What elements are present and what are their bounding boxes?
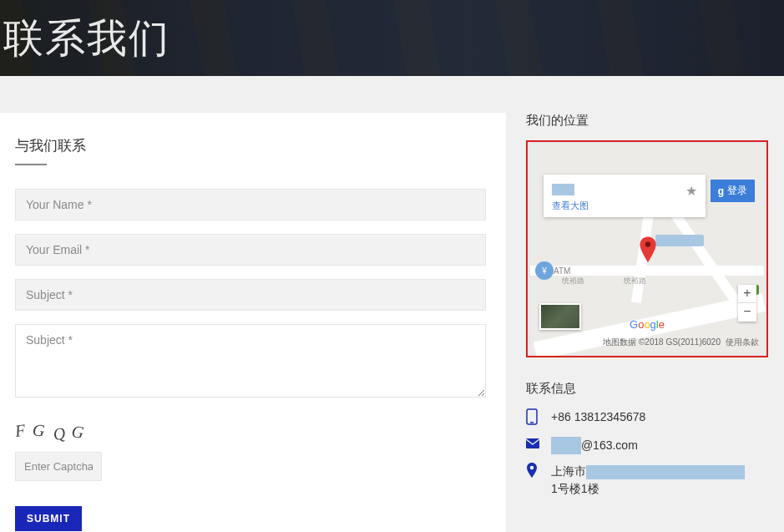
form-section-title: 与我们联系: [15, 136, 486, 165]
map-info-popup: ★ 查看大图: [544, 175, 706, 217]
map-canvas[interactable]: 统裕路 统裕路 ¥ ATM G60 ★ 查看大图 g 登录: [530, 144, 764, 353]
atm-marker-icon: ¥: [535, 261, 554, 280]
road-label-1: 统裕路: [562, 276, 584, 286]
subject-input[interactable]: [15, 279, 486, 311]
star-icon[interactable]: ★: [685, 183, 697, 199]
phone-icon: [526, 408, 539, 428]
zoom-out-button[interactable]: −: [738, 303, 756, 322]
map-container[interactable]: 统裕路 统裕路 ¥ ATM G60 ★ 查看大图 g 登录: [526, 140, 768, 357]
map-popup-title-redacted: [552, 184, 574, 195]
svg-rect-3: [526, 438, 539, 448]
contact-email: @163.com: [551, 437, 638, 454]
captcha-image: F G Q G: [15, 421, 486, 440]
email-input[interactable]: [15, 234, 486, 266]
contact-phone: +86 13812345678: [551, 408, 645, 426]
map-enlarge-link[interactable]: 查看大图: [552, 200, 697, 212]
map-data-attr: 地图数据 ©2018 GS(2011)6020: [603, 337, 721, 348]
contact-form-card: 与我们联系 F G Q G SUBMIT: [0, 113, 506, 532]
map-marker-icon: [639, 236, 657, 266]
address-prefix: 上海市: [551, 464, 586, 478]
address-redacted-part: [586, 465, 745, 479]
google-g-icon: g: [718, 185, 724, 197]
zoom-in-button[interactable]: +: [738, 285, 756, 303]
contact-address-row: 上海市 1号楼1楼: [526, 463, 768, 498]
svg-point-0: [645, 241, 650, 246]
email-suffix: @163.com: [581, 438, 638, 452]
hero-title: 联系我们: [3, 12, 170, 65]
road-label-2: 统裕路: [624, 276, 646, 286]
map-zoom-control: + −: [738, 285, 756, 322]
svg-point-4: [530, 466, 534, 469]
message-textarea[interactable]: [15, 324, 486, 398]
contact-info-title: 联系信息: [526, 381, 768, 397]
hero-banner: 联系我们: [0, 0, 784, 76]
contact-address: 上海市 1号楼1楼: [551, 463, 745, 498]
satellite-toggle[interactable]: [539, 303, 581, 330]
address-line2: 1号楼1楼: [551, 482, 599, 495]
map-attribution: 地图数据 ©2018 GS(2011)6020 使用条款: [603, 337, 759, 348]
map-terms-link[interactable]: 使用条款: [726, 337, 759, 348]
map-redacted-label: [655, 235, 704, 246]
name-input[interactable]: [15, 189, 486, 220]
contact-phone-row: +86 13812345678: [526, 408, 768, 428]
location-icon: [526, 463, 539, 481]
location-section-title: 我们的位置: [526, 113, 768, 129]
captcha-input[interactable]: [15, 452, 102, 481]
atm-label: ATM: [554, 266, 570, 276]
submit-button[interactable]: SUBMIT: [15, 506, 82, 531]
svg-rect-2: [530, 422, 534, 423]
contact-email-row: @163.com: [526, 437, 768, 454]
email-icon: [526, 437, 539, 452]
map-login-label: 登录: [727, 184, 747, 198]
google-logo: Google: [630, 318, 665, 331]
email-redacted-part: [551, 437, 581, 454]
map-login-button[interactable]: g 登录: [711, 180, 755, 202]
